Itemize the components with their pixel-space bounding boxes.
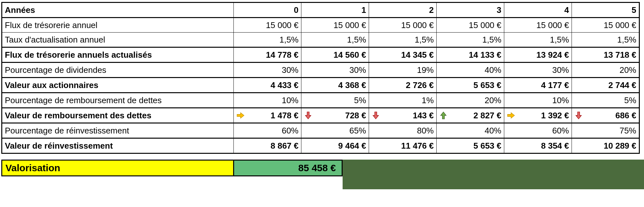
- cell[interactable]: 2: [369, 3, 437, 18]
- valuation-table: Années 0 1 2 3 4 5 Flux de trésorerie an…: [1, 2, 640, 154]
- spreadsheet-region: Années 0 1 2 3 4 5 Flux de trésorerie an…: [0, 0, 644, 189]
- cell[interactable]: 3: [437, 3, 504, 18]
- row-years: Années 0 1 2 3 4 5: [2, 3, 639, 18]
- cell[interactable]: 1,5%: [504, 33, 572, 47]
- valorisation-label[interactable]: Valorisation: [1, 160, 233, 176]
- cell-value: 686 €: [585, 111, 636, 121]
- cell[interactable]: 14 778 €: [234, 47, 301, 63]
- row-reinvest-pct: Pourcentage de réinvestissement 60% 65% …: [2, 123, 639, 138]
- selection-overlay: [343, 160, 644, 176]
- cell[interactable]: 5%: [572, 93, 639, 108]
- cell[interactable]: 4: [504, 3, 572, 18]
- cell[interactable]: 4 368 €: [301, 78, 369, 93]
- arrow-down-icon: [574, 111, 583, 120]
- cell-value: 1 478 €: [247, 111, 298, 121]
- cell[interactable]: 75%: [572, 123, 639, 138]
- cell[interactable]: 30%: [234, 63, 301, 78]
- cell[interactable]: 20%: [572, 63, 639, 78]
- cell[interactable]: 1,5%: [301, 33, 369, 47]
- row-reinvest-value: Valeur de réinvestissement 8 867 € 9 464…: [2, 138, 639, 153]
- valorisation-value[interactable]: 85 458 €: [233, 160, 343, 176]
- cell[interactable]: 686 €: [572, 108, 639, 123]
- cell[interactable]: 60%: [504, 123, 572, 138]
- cell[interactable]: 40%: [437, 123, 504, 138]
- cell[interactable]: 40%: [437, 63, 504, 78]
- cell[interactable]: 1,5%: [234, 33, 301, 47]
- cell[interactable]: 9 464 €: [301, 138, 369, 153]
- valorisation-row: Valorisation 85 458 €: [1, 160, 644, 176]
- cell[interactable]: 10%: [234, 93, 301, 108]
- row-label[interactable]: Valeur aux actionnaires: [2, 78, 234, 93]
- arrow-right-icon: [236, 111, 245, 120]
- cell[interactable]: 14 345 €: [369, 47, 437, 63]
- arrow-down-icon: [304, 111, 312, 120]
- cell[interactable]: 11 476 €: [369, 138, 437, 153]
- cell[interactable]: 13 718 €: [572, 47, 639, 63]
- cell[interactable]: 5 653 €: [437, 78, 504, 93]
- row-label[interactable]: Pourcentage de remboursement de dettes: [2, 93, 234, 108]
- cell[interactable]: 1,5%: [572, 33, 639, 47]
- row-debt-pct: Pourcentage de remboursement de dettes 1…: [2, 93, 639, 108]
- cell[interactable]: 10%: [504, 93, 572, 108]
- arrow-right-icon: [507, 111, 515, 120]
- arrow-down-icon: [372, 111, 380, 120]
- cell[interactable]: 1 478 €: [234, 108, 301, 123]
- cell[interactable]: 2 726 €: [369, 78, 437, 93]
- cell-value: 1 392 €: [518, 111, 569, 121]
- cell[interactable]: 0: [234, 3, 301, 18]
- row-label[interactable]: Pourcentage de dividendes: [2, 63, 234, 78]
- cell-value: 728 €: [315, 111, 366, 121]
- cell[interactable]: 1 392 €: [504, 108, 572, 123]
- cell[interactable]: 1: [301, 3, 369, 18]
- cell[interactable]: 5 653 €: [437, 138, 504, 153]
- cell[interactable]: 10 289 €: [572, 138, 639, 153]
- row-dividend-pct: Pourcentage de dividendes 30% 30% 19% 40…: [2, 63, 639, 78]
- cell[interactable]: 80%: [369, 123, 437, 138]
- cell[interactable]: 4 177 €: [504, 78, 572, 93]
- cell[interactable]: 1,5%: [437, 33, 504, 47]
- cell[interactable]: 15 000 €: [234, 18, 301, 33]
- cell-value: 143 €: [383, 111, 434, 121]
- cell-value: 2 827 €: [450, 111, 501, 121]
- row-label[interactable]: Taux d'actualisation annuel: [2, 33, 234, 47]
- cell[interactable]: 2 744 €: [572, 78, 639, 93]
- cell[interactable]: 2 827 €: [437, 108, 504, 123]
- cell[interactable]: 15 000 €: [301, 18, 369, 33]
- row-label[interactable]: Valeur de réinvestissement: [2, 138, 234, 153]
- row-debt-value: Valeur de remboursement des dettes 1 478…: [2, 108, 639, 123]
- row-label[interactable]: Pourcentage de réinvestissement: [2, 123, 234, 138]
- cell[interactable]: 4 433 €: [234, 78, 301, 93]
- row-label[interactable]: Flux de trésorerie annuel: [2, 18, 234, 33]
- cell[interactable]: 1,5%: [369, 33, 437, 47]
- cell[interactable]: 15 000 €: [437, 18, 504, 33]
- cell[interactable]: 14 133 €: [437, 47, 504, 63]
- cell[interactable]: 8 867 €: [234, 138, 301, 153]
- cell[interactable]: 15 000 €: [504, 18, 572, 33]
- row-label[interactable]: Flux de trésorerie annuels actualisés: [2, 47, 234, 63]
- cell[interactable]: 13 924 €: [504, 47, 572, 63]
- row-label[interactable]: Années: [2, 3, 234, 18]
- row-discounted-cashflow: Flux de trésorerie annuels actualisés 14…: [2, 47, 639, 63]
- cell[interactable]: 20%: [437, 93, 504, 108]
- selection-overlay-extension: [1, 176, 644, 189]
- cell[interactable]: 8 354 €: [504, 138, 572, 153]
- cell[interactable]: 143 €: [369, 108, 437, 123]
- arrow-up-icon: [439, 111, 448, 120]
- row-label[interactable]: Valeur de remboursement des dettes: [2, 108, 234, 123]
- row-shareholder-value: Valeur aux actionnaires 4 433 € 4 368 € …: [2, 78, 639, 93]
- cell[interactable]: 14 560 €: [301, 47, 369, 63]
- row-cashflow: Flux de trésorerie annuel 15 000 € 15 00…: [2, 18, 639, 33]
- cell[interactable]: 15 000 €: [572, 18, 639, 33]
- cell[interactable]: 65%: [301, 123, 369, 138]
- cell[interactable]: 728 €: [301, 108, 369, 123]
- cell[interactable]: 19%: [369, 63, 437, 78]
- row-discount-rate: Taux d'actualisation annuel 1,5% 1,5% 1,…: [2, 33, 639, 47]
- cell[interactable]: 15 000 €: [369, 18, 437, 33]
- cell[interactable]: 5: [572, 3, 639, 18]
- cell[interactable]: 30%: [504, 63, 572, 78]
- cell[interactable]: 30%: [301, 63, 369, 78]
- cell[interactable]: 5%: [301, 93, 369, 108]
- cell[interactable]: 1%: [369, 93, 437, 108]
- cell[interactable]: 60%: [234, 123, 301, 138]
